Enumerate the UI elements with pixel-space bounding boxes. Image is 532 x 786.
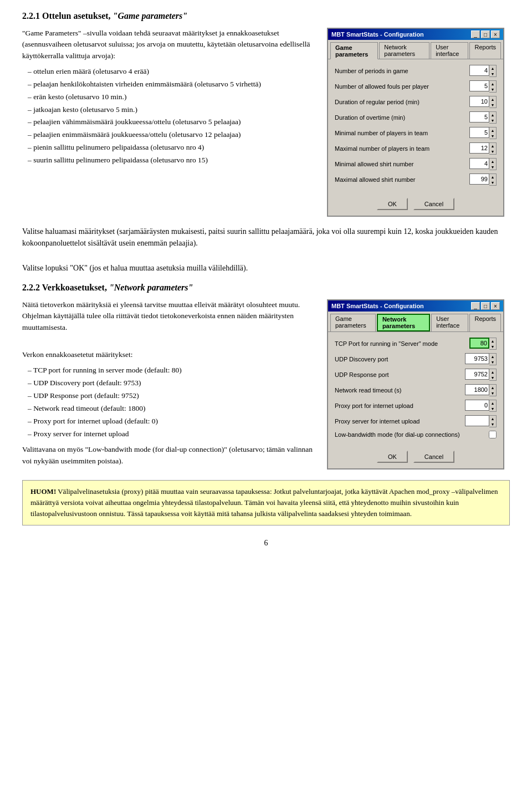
network-sub: Verkon ennakkoasetetut määritykset: (22, 349, 316, 360)
spin-max-shirt[interactable]: 99 ▲▼ (469, 173, 497, 186)
spin-up-min-shirt[interactable]: ▲ (489, 159, 496, 164)
field-row-regular: Duration of regular period (min) 10 ▲▼ (335, 96, 497, 108)
spin-min-shirt[interactable]: 4 ▲▼ (469, 158, 497, 170)
dialog2-minimize-button[interactable]: _ (471, 302, 480, 310)
spin-down-max-players[interactable]: ▼ (489, 149, 496, 154)
spin-value-udp-disc: 9753 (465, 353, 489, 364)
spin-down-proxy-port[interactable]: ▼ (489, 406, 496, 411)
field-label-tcp: TCP Port for running in "Server" mode (335, 340, 469, 347)
spin-down-min-shirt[interactable]: ▼ (489, 164, 496, 170)
dialog2-cancel-button[interactable]: Cancel (413, 451, 454, 463)
tab2-game-parameters[interactable]: Game parameters (330, 314, 376, 331)
field-label-max-shirt: Maximal allowed shirt number (335, 176, 469, 183)
field-row-min-players: Minimal number of players in team 5 ▲▼ (335, 127, 497, 139)
spin-down-periods[interactable]: ▼ (489, 71, 496, 76)
spin-regular[interactable]: 10 ▲▼ (469, 96, 497, 108)
spin-value-max-shirt: 99 (469, 173, 489, 185)
left-column-221: "Game Parameters" –sivulla voidaan tehdä… (22, 28, 316, 217)
spin-proxy-server[interactable]: ▲▼ (465, 415, 497, 427)
page-number: 6 (22, 539, 510, 548)
spin-tcp[interactable]: 80 ▲▼ (469, 338, 497, 350)
list-item: jatkoajan kesto (oletusarvo 5 min.) (28, 104, 316, 116)
spin-down-min-players[interactable]: ▼ (489, 133, 496, 139)
tab-reports[interactable]: Reports (469, 42, 501, 59)
dialog1-cancel-button[interactable]: Cancel (413, 198, 454, 210)
spin-up-udp-resp[interactable]: ▲ (489, 369, 496, 375)
dialog2-body: TCP Port for running in "Server" mode 80… (328, 332, 503, 447)
spin-udp-resp[interactable]: 9752 ▲▼ (465, 369, 497, 381)
section-heading-222: 2.2.2 Verkkoasetukset, "Network paramete… (22, 283, 510, 293)
dialog2-maximize-button[interactable]: □ (481, 302, 490, 310)
spin-down-regular[interactable]: ▼ (489, 102, 496, 108)
dialog1-title-buttons: _ □ × (471, 30, 500, 38)
list-item: UDP Response port (default: 9752) (28, 390, 316, 402)
field-label-fouls: Number of allowed fouls per player (335, 83, 469, 90)
list-item: pienin sallittu pelinumero pelipaidassa … (28, 142, 316, 154)
tab2-user-interface[interactable]: User interface (431, 314, 468, 331)
tab-network-parameters[interactable]: Network parameters (379, 42, 429, 59)
dialog1-titlebar: MBT SmartStats - Configuration _ □ × (328, 29, 503, 40)
dialog1-maximize-button[interactable]: □ (481, 30, 490, 38)
dialog1-minimize-button[interactable]: _ (471, 30, 480, 38)
info-warning: HUOM! (30, 487, 56, 496)
spin-value-tcp: 80 (469, 338, 489, 349)
list-item: UDP Discovery port (default: 9753) (28, 377, 316, 389)
spin-up-regular[interactable]: ▲ (489, 96, 496, 102)
spin-value-min-shirt: 4 (469, 158, 489, 169)
spin-down-tcp[interactable]: ▼ (489, 344, 496, 349)
spin-value-min-players: 5 (469, 127, 489, 138)
spin-up-overtime[interactable]: ▲ (489, 112, 496, 118)
network-bullet-list: TCP port for running in server mode (def… (22, 365, 316, 440)
spin-max-players[interactable]: 12 ▲▼ (469, 142, 497, 155)
tab-game-parameters[interactable]: Game parameters (330, 42, 378, 59)
spin-up-proxy-server[interactable]: ▲ (489, 416, 496, 421)
spin-up-periods[interactable]: ▲ (489, 65, 496, 71)
spin-up-tcp[interactable]: ▲ (489, 338, 496, 344)
spin-down-proxy-server[interactable]: ▼ (489, 421, 496, 427)
field-row-proxy-port: Proxy port for internet upload 0 ▲▼ (335, 400, 497, 412)
spin-udp-disc[interactable]: 9753 ▲▼ (465, 353, 497, 365)
list-item: TCP port for running in server mode (def… (28, 365, 316, 376)
list-item: erän kesto (oletusarvo 10 min.) (28, 91, 316, 103)
spin-up-max-players[interactable]: ▲ (489, 143, 496, 149)
spin-value-periods: 4 (469, 65, 489, 76)
spin-overtime[interactable]: 5 ▲▼ (469, 111, 497, 124)
field-row-lowband: Low-bandwidth mode (for dial-up connecti… (335, 431, 497, 438)
dialog2-title: MBT SmartStats - Configuration (331, 303, 424, 309)
dialog1-ok-button[interactable]: OK (377, 198, 408, 210)
intro-paragraph: "Game Parameters" –sivulla voidaan tehdä… (22, 28, 316, 62)
spin-up-udp-disc[interactable]: ▲ (489, 354, 496, 359)
spin-up-proxy-port[interactable]: ▲ (489, 400, 496, 406)
tab2-reports[interactable]: Reports (469, 314, 501, 331)
spin-timeout[interactable]: 1800 ▲▼ (465, 384, 497, 396)
spin-up-min-players[interactable]: ▲ (489, 127, 496, 133)
spin-down-udp-disc[interactable]: ▼ (489, 359, 496, 365)
spin-min-players[interactable]: 5 ▲▼ (469, 127, 497, 139)
spin-down-fouls[interactable]: ▼ (489, 86, 496, 92)
tab-user-interface[interactable]: User interface (431, 42, 468, 59)
network-extra: Valittavana on myös "Low-bandwith mode (… (22, 444, 316, 467)
spin-down-overtime[interactable]: ▼ (489, 118, 496, 123)
spin-down-udp-resp[interactable]: ▼ (489, 375, 496, 380)
spin-up-max-shirt[interactable]: ▲ (489, 174, 496, 180)
dialog1-container: MBT SmartStats - Configuration _ □ × Gam… (327, 28, 510, 217)
dialog2-ok-button[interactable]: OK (377, 451, 408, 463)
spin-up-fouls[interactable]: ▲ (489, 81, 496, 86)
tab2-network-parameters[interactable]: Network parameters (377, 314, 430, 331)
spin-down-max-shirt[interactable]: ▼ (489, 180, 496, 185)
spin-proxy-port[interactable]: 0 ▲▼ (465, 400, 497, 412)
spin-down-timeout[interactable]: ▼ (489, 390, 496, 396)
spin-periods[interactable]: 4 ▲▼ (469, 65, 497, 77)
dialog2-footer: OK Cancel (328, 447, 503, 468)
spin-value-timeout: 1800 (465, 384, 489, 395)
checkbox-lowband[interactable] (489, 431, 497, 438)
spin-up-timeout[interactable]: ▲ (489, 385, 496, 390)
dialog2-close-button[interactable]: × (491, 302, 500, 310)
spin-value-max-players: 12 (469, 142, 489, 154)
field-label-proxy-server: Proxy server for internet upload (335, 418, 465, 425)
dialog1-close-button[interactable]: × (491, 30, 500, 38)
field-row-proxy-server: Proxy server for internet upload ▲▼ (335, 415, 497, 427)
list-item: pelaajien vähimmäismäärä joukkueessa/ott… (28, 116, 316, 128)
list-item: ottelun erien määrä (oletusarvo 4 erää) (28, 66, 316, 78)
spin-fouls[interactable]: 5 ▲▼ (469, 80, 497, 93)
